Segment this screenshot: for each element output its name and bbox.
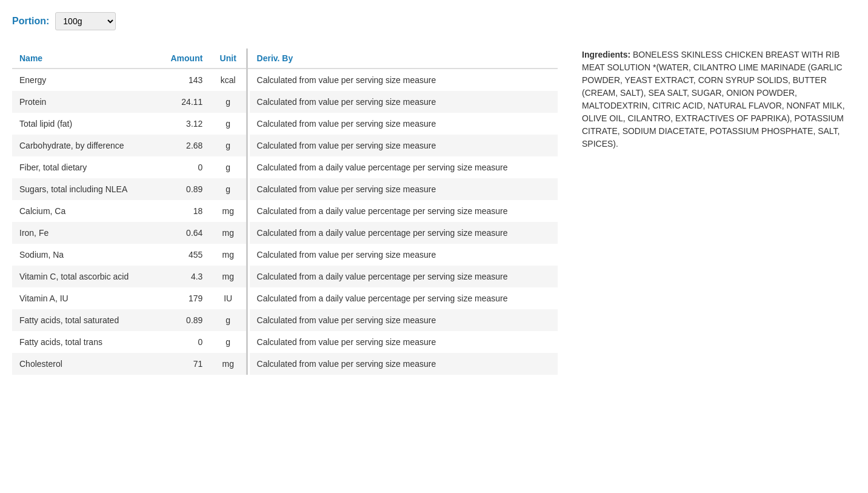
nutrient-name: Energy — [12, 69, 156, 91]
table-row: Energy143kcalCalculated from value per s… — [12, 69, 558, 91]
nutrient-amount: 143 — [156, 69, 210, 91]
nutrient-amount: 24.11 — [156, 91, 210, 113]
nutrient-unit: mg — [210, 353, 247, 375]
nutrient-amount: 18 — [156, 200, 210, 222]
nutrient-unit: mg — [210, 222, 247, 244]
nutrient-unit: mg — [210, 266, 247, 287]
nutrient-derived-by: Calculated from value per serving size m… — [250, 69, 558, 91]
nutrient-unit: g — [210, 135, 247, 156]
nutrient-name: Cholesterol — [12, 353, 156, 375]
table-row: Carbohydrate, by difference2.68gCalculat… — [12, 135, 558, 156]
nutrition-table-wrapper: Name Amount Unit Deriv. By Energy143kcal… — [12, 49, 558, 375]
portion-label: Portion: — [12, 16, 49, 27]
nutrient-amount: 2.68 — [156, 135, 210, 156]
nutrient-derived-by: Calculated from a daily value percentage… — [250, 287, 558, 309]
nutrient-name: Iron, Fe — [12, 222, 156, 244]
nutrient-amount: 0 — [156, 156, 210, 178]
col-header-derived-by: Deriv. By — [250, 49, 558, 69]
nutrient-derived-by: Calculated from a daily value percentage… — [250, 266, 558, 287]
table-row: Fiber, total dietary0gCalculated from a … — [12, 156, 558, 178]
nutrient-name: Carbohydrate, by difference — [12, 135, 156, 156]
table-row: Sodium, Na455mgCalculated from value per… — [12, 244, 558, 266]
nutrient-name: Fiber, total dietary — [12, 156, 156, 178]
nutrient-derived-by: Calculated from value per serving size m… — [250, 91, 558, 113]
table-row: Total lipid (fat)3.12gCalculated from va… — [12, 113, 558, 135]
nutrient-unit: mg — [210, 244, 247, 266]
nutrient-name: Fatty acids, total trans — [12, 331, 156, 353]
nutrient-name: Sodium, Na — [12, 244, 156, 266]
table-row: Cholesterol71mgCalculated from value per… — [12, 353, 558, 375]
nutrient-name: Vitamin C, total ascorbic acid — [12, 266, 156, 287]
nutrient-amount: 71 — [156, 353, 210, 375]
nutrition-table: Name Amount Unit Deriv. By Energy143kcal… — [12, 49, 558, 375]
nutrient-derived-by: Calculated from value per serving size m… — [250, 113, 558, 135]
portion-select[interactable]: 100g 50g 1 serving — [55, 12, 116, 30]
col-header-unit: Unit — [210, 49, 247, 69]
nutrient-unit: g — [210, 309, 247, 331]
nutrient-name: Sugars, total including NLEA — [12, 178, 156, 200]
nutrient-name: Protein — [12, 91, 156, 113]
nutrient-unit: g — [210, 91, 247, 113]
table-row: Fatty acids, total saturated0.89gCalcula… — [12, 309, 558, 331]
col-header-name: Name — [12, 49, 156, 69]
ingredients-label: Ingredients: — [582, 50, 630, 59]
nutrient-amount: 455 — [156, 244, 210, 266]
nutrient-amount: 4.3 — [156, 266, 210, 287]
nutrient-name: Vitamin A, IU — [12, 287, 156, 309]
nutrient-unit: IU — [210, 287, 247, 309]
nutrient-unit: g — [210, 156, 247, 178]
nutrient-name: Fatty acids, total saturated — [12, 309, 156, 331]
table-row: Fatty acids, total trans0gCalculated fro… — [12, 331, 558, 353]
col-header-amount: Amount — [156, 49, 210, 69]
nutrient-derived-by: Calculated from a daily value percentage… — [250, 222, 558, 244]
table-row: Sugars, total including NLEA0.89gCalcula… — [12, 178, 558, 200]
nutrient-derived-by: Calculated from a daily value percentage… — [250, 200, 558, 222]
table-row: Protein24.11gCalculated from value per s… — [12, 91, 558, 113]
ingredients-text: BONELESS SKINLESS CHICKEN BREAST WITH RI… — [582, 50, 845, 149]
table-row: Calcium, Ca18mgCalculated from a daily v… — [12, 200, 558, 222]
nutrient-derived-by: Calculated from a daily value percentage… — [250, 156, 558, 178]
nutrient-derived-by: Calculated from value per serving size m… — [250, 353, 558, 375]
nutrient-unit: mg — [210, 200, 247, 222]
nutrient-name: Calcium, Ca — [12, 200, 156, 222]
nutrient-amount: 3.12 — [156, 113, 210, 135]
nutrient-derived-by: Calculated from value per serving size m… — [250, 135, 558, 156]
nutrient-derived-by: Calculated from value per serving size m… — [250, 244, 558, 266]
table-row: Vitamin A, IU179IUCalculated from a dail… — [12, 287, 558, 309]
nutrient-amount: 0.89 — [156, 178, 210, 200]
nutrient-derived-by: Calculated from value per serving size m… — [250, 331, 558, 353]
nutrient-unit: g — [210, 113, 247, 135]
nutrient-derived-by: Calculated from value per serving size m… — [250, 178, 558, 200]
nutrient-derived-by: Calculated from value per serving size m… — [250, 309, 558, 331]
nutrient-amount: 0 — [156, 331, 210, 353]
table-row: Iron, Fe0.64mgCalculated from a daily va… — [12, 222, 558, 244]
nutrient-unit: kcal — [210, 69, 247, 91]
nutrient-unit: g — [210, 331, 247, 353]
ingredients-box: Ingredients: BONELESS SKINLESS CHICKEN B… — [582, 49, 849, 150]
table-row: Vitamin C, total ascorbic acid4.3mgCalcu… — [12, 266, 558, 287]
nutrient-amount: 179 — [156, 287, 210, 309]
nutrient-amount: 0.64 — [156, 222, 210, 244]
nutrient-unit: g — [210, 178, 247, 200]
nutrient-name: Total lipid (fat) — [12, 113, 156, 135]
nutrient-amount: 0.89 — [156, 309, 210, 331]
